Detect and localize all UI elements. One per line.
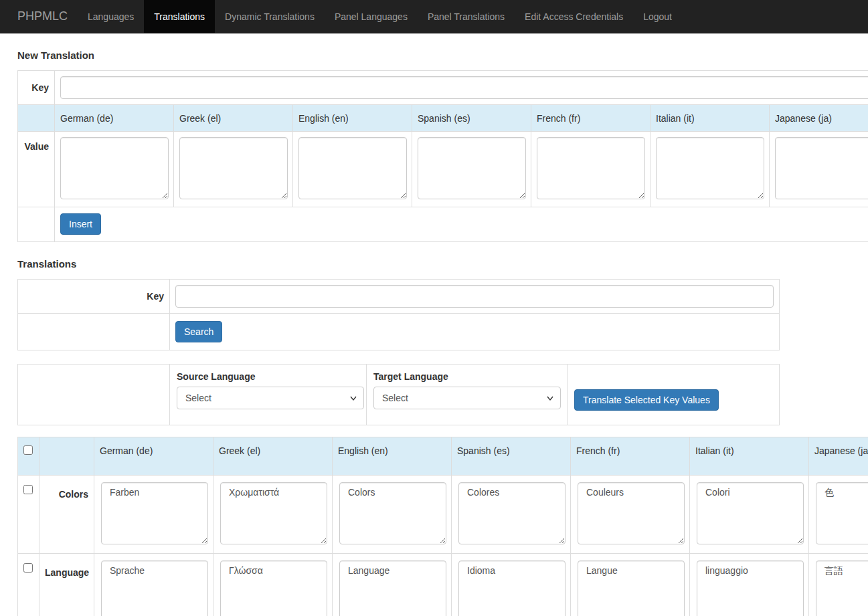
new-value-textarea-fr[interactable] (537, 137, 645, 199)
search-key-row: Key (18, 280, 780, 314)
translate-controls-row: Source Language Select Target Language S… (18, 365, 780, 425)
nav-item-panel-languages[interactable]: Panel Languages (325, 0, 418, 33)
value-textarea-el[interactable]: Χρωματιστά (220, 482, 327, 544)
value-textarea-el[interactable]: Γλώσσα (220, 560, 327, 616)
new-value-textarea-en[interactable] (298, 137, 407, 199)
value-textarea-ja[interactable]: 言語 (816, 560, 868, 616)
new-value-label: Value (18, 132, 55, 207)
source-language-select[interactable]: Select (177, 387, 364, 409)
translate-controls-table: Source Language Select Target Language S… (17, 364, 780, 425)
search-key-label: Key (18, 280, 170, 314)
navbar: PHPMLC Languages Translations Dynamic Tr… (0, 0, 868, 33)
value-textarea-en[interactable]: Language (339, 560, 446, 616)
key-column-header (39, 437, 94, 476)
row-checkbox[interactable] (23, 563, 33, 573)
value-textarea-es[interactable]: Colores (458, 482, 566, 544)
insert-button[interactable]: Insert (60, 213, 101, 235)
lang-header-ja: Japanese (ja) (770, 105, 868, 132)
nav-item-panel-translations[interactable]: Panel Translations (418, 0, 515, 33)
new-key-label: Key (18, 71, 55, 105)
row-checkbox[interactable] (23, 485, 33, 494)
lang-header-fr: French (fr) (531, 105, 650, 132)
target-language-label: Target Language (373, 371, 560, 382)
translations-search-table: Key Search (17, 279, 780, 350)
select-all-checkbox[interactable] (23, 445, 33, 455)
new-value-row: Value (18, 132, 868, 207)
nav-item-translations[interactable]: Translations (144, 0, 215, 33)
lang-header-de: German (de) (94, 437, 213, 476)
value-textarea-it[interactable]: linguaggio (697, 560, 804, 616)
empty-cell (18, 207, 55, 242)
row-key: Colors (39, 476, 94, 554)
table-row-colors: Colors Farben Χρωματιστά Colors Colores … (18, 476, 868, 554)
nav-item-dynamic-translations[interactable]: Dynamic Translations (215, 0, 325, 33)
new-key-input[interactable] (60, 76, 868, 99)
value-textarea-de[interactable]: Farben (101, 482, 208, 544)
list-header-row: German (de) Greek (el) English (en) Span… (18, 437, 868, 476)
table-row-language: Language Sprache Γλώσσα Language Idioma … (18, 554, 868, 616)
target-language-select[interactable]: Select (373, 387, 561, 409)
value-textarea-de[interactable]: Sprache (101, 560, 208, 616)
lang-header-es: Spanish (es) (452, 437, 571, 476)
new-translation-heading: New Translation (17, 49, 868, 61)
lang-header-fr: French (fr) (571, 437, 690, 476)
value-textarea-ja[interactable]: 色 (816, 482, 868, 544)
new-translation-language-header: German (de) Greek (el) English (en) Span… (18, 105, 868, 132)
translate-selected-button[interactable]: Translate Selected Key Values (574, 389, 719, 411)
row-key: Language (39, 554, 94, 616)
search-button-row: Search (18, 314, 780, 350)
empty-cell (18, 365, 170, 425)
empty-header-cell (18, 105, 55, 132)
value-textarea-es[interactable]: Idioma (458, 560, 566, 616)
lang-header-el: Greek (el) (174, 105, 293, 132)
empty-cell (18, 314, 170, 350)
new-value-textarea-it[interactable] (656, 137, 764, 199)
insert-row: Insert (18, 207, 868, 242)
new-value-textarea-es[interactable] (418, 137, 526, 199)
value-textarea-fr[interactable]: Langue (578, 560, 685, 616)
brand-phpmlc[interactable]: PHPMLC (7, 0, 78, 33)
lang-header-el: Greek (el) (213, 437, 333, 476)
nav-item-logout[interactable]: Logout (633, 0, 682, 33)
lang-header-ja: Japanese (ja) (809, 437, 868, 476)
lang-header-de: German (de) (55, 105, 174, 132)
lang-header-en: English (en) (293, 105, 412, 132)
search-button[interactable]: Search (175, 321, 222, 342)
new-value-textarea-de[interactable] (60, 137, 169, 199)
lang-header-en: English (en) (333, 437, 452, 476)
lang-header-it: Italian (it) (690, 437, 809, 476)
value-textarea-fr[interactable]: Couleurs (578, 482, 685, 544)
lang-header-es: Spanish (es) (412, 105, 531, 132)
translations-list-table: German (de) Greek (el) English (en) Span… (17, 437, 868, 616)
nav-item-languages[interactable]: Languages (78, 0, 144, 33)
new-translation-table: Key German (de) Greek (el) English (en) … (17, 70, 868, 242)
new-key-row: Key (18, 71, 868, 105)
translations-heading: Translations (17, 258, 868, 270)
source-language-label: Source Language (177, 371, 359, 382)
search-key-input[interactable] (175, 285, 774, 308)
value-textarea-en[interactable]: Colors (339, 482, 446, 544)
new-value-textarea-ja[interactable] (775, 137, 868, 199)
lang-header-it: Italian (it) (650, 105, 770, 132)
nav-item-edit-access-credentials[interactable]: Edit Access Credentials (515, 0, 633, 33)
value-textarea-it[interactable]: Colori (697, 482, 804, 544)
new-value-textarea-el[interactable] (179, 137, 288, 199)
